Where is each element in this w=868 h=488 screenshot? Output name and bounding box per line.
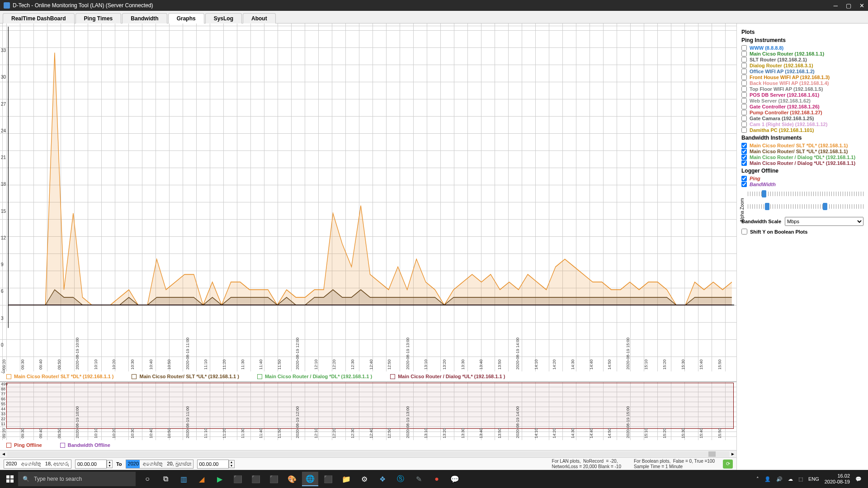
from-time-input[interactable] (75, 460, 107, 469)
taskbar-app-chrome[interactable]: 🌐 (302, 472, 318, 486)
maximize-button[interactable]: ▢ (846, 2, 851, 9)
zoom-slider[interactable] (748, 192, 863, 196)
minimize-button[interactable]: ─ (834, 2, 838, 9)
bandwidth-instrument-item: Main Cicso Router/ SLT *UL* (192.168.1.1… (741, 149, 863, 154)
bandwidth-instrument-checkbox[interactable] (741, 160, 747, 166)
ping-instrument-label: Gate Camara (192.168.1.25) (750, 116, 814, 121)
taskbar-app-skype[interactable]: Ⓢ (392, 472, 409, 486)
ping-instrument-checkbox[interactable] (741, 104, 747, 109)
ping-instrument-checkbox[interactable] (741, 110, 747, 115)
taskbar-app-7[interactable]: 🎨 (284, 472, 300, 486)
refresh-button[interactable]: ⟳ (723, 460, 733, 469)
ping-instrument-checkbox[interactable] (741, 98, 747, 103)
logger-item: BandWidth (741, 182, 863, 187)
taskbar-app-whatsapp[interactable]: 💬 (447, 472, 463, 486)
to-time-down[interactable]: ▼ (229, 464, 234, 468)
window-title: D-Tech - Online Monitoring Tool (LAN) (S… (13, 2, 153, 9)
tray-clock[interactable]: 16.02 2020-08-19 (825, 473, 850, 485)
taskbar-app-6[interactable]: ⬛ (266, 472, 282, 486)
ping-instrument-checkbox[interactable] (741, 127, 747, 133)
ping-instrument-checkbox[interactable] (741, 45, 747, 51)
taskbar-app-11[interactable]: ● (429, 472, 445, 486)
bandwidth-instrument-checkbox[interactable] (741, 149, 747, 154)
tray-language[interactable]: ENG (808, 476, 819, 482)
to-time-up[interactable]: ▲ (229, 460, 234, 464)
tray-chevron-icon[interactable]: ˄ (756, 476, 759, 482)
ping-instrument-checkbox[interactable] (741, 57, 747, 62)
alpha-slider[interactable] (748, 204, 863, 209)
scroll-left-arrow[interactable]: ◄ (0, 451, 7, 456)
tab-bandwidth[interactable]: Bandwidth (122, 13, 167, 23)
ping-instrument-checkbox[interactable] (741, 75, 747, 80)
from-time-down[interactable]: ▼ (107, 464, 112, 468)
ping-instrument-label: Gate Controller (192.168.1.26) (750, 104, 820, 109)
taskbar-app-1[interactable]: ▥ (175, 472, 192, 486)
taskbar-app-8[interactable]: ⬛ (320, 472, 336, 486)
ping-instrument-checkbox[interactable] (741, 63, 747, 68)
search-placeholder: Type here to search (34, 476, 82, 482)
bandwidth-scale-select[interactable]: Mbps (785, 217, 863, 226)
taskbar-app-steam[interactable]: ⚙ (356, 472, 373, 486)
task-view-icon[interactable]: ⧉ (157, 472, 174, 486)
taskbar-app-10[interactable]: ✎ (410, 472, 427, 486)
logger-label: Ping (750, 176, 760, 181)
horizontal-scrollbar[interactable]: ◄ ► (0, 450, 736, 457)
ping-instrument-checkbox[interactable] (741, 86, 747, 92)
tab-realtime-dashboard[interactable]: RealTime DashBoard (3, 13, 75, 23)
tray-network-icon[interactable]: ⬚ (798, 476, 803, 482)
legend-item[interactable]: Main Cicso Router / Dialog *DL* (192.168… (257, 374, 372, 379)
ping-instrument-label: Damitha PC (192.168.1.101) (750, 127, 814, 133)
taskbar-app-3[interactable]: ▶ (212, 472, 228, 486)
shift-y-checkbox[interactable] (741, 229, 747, 235)
logger-item: Ping (741, 176, 863, 181)
scroll-thumb[interactable] (708, 451, 716, 457)
svg-rect-1 (10, 475, 14, 479)
logger-checkbox[interactable] (741, 176, 747, 181)
ping-instrument-checkbox[interactable] (741, 51, 747, 56)
tray-volume-icon[interactable]: 🔊 (776, 476, 783, 482)
bandwidth-instruments-heading: Bandwidth Instruments (741, 135, 863, 141)
bandwidth-instrument-checkbox[interactable] (741, 155, 747, 160)
tab-ping-times[interactable]: Ping Times (75, 13, 122, 23)
legend-item[interactable]: Main Cicso Router/ SLT *DL* (192.168.1.1… (6, 374, 113, 379)
tab-syslog[interactable]: SysLog (205, 13, 242, 23)
taskbar-app-5[interactable]: ⬛ (248, 472, 264, 486)
overview-selection[interactable] (6, 383, 734, 429)
tray-people-icon[interactable]: 👤 (764, 476, 771, 482)
start-button[interactable] (2, 472, 18, 486)
taskbar-app-4[interactable]: ⬛ (230, 472, 246, 486)
taskbar-search[interactable]: 🔍 Type here to search (18, 472, 136, 486)
taskbar-app-2[interactable]: ◢ (193, 472, 210, 486)
ping-instrument-checkbox[interactable] (741, 122, 747, 127)
ping-instrument-label: Back House WIFI AP (192.168.1.4) (750, 80, 829, 86)
from-date-input[interactable] (4, 460, 71, 469)
ping-instrument-item: Pump Controller (192.168.1.27) (741, 110, 863, 115)
ping-instrument-checkbox[interactable] (741, 116, 747, 121)
overview-legend-item[interactable]: Bandwidth Offline (60, 442, 110, 448)
taskbar-app-9[interactable]: ❖ (374, 472, 391, 486)
scroll-right-arrow[interactable]: ► (729, 451, 736, 456)
main-chart[interactable]: -303691215182124273033 09:2009:3009:4009… (0, 23, 736, 371)
logger-checkbox[interactable] (741, 182, 747, 187)
overview-legend-item[interactable]: Ping Offline (6, 442, 42, 448)
ping-instrument-checkbox[interactable] (741, 80, 747, 86)
tray-cloud-icon[interactable]: ☁ (788, 476, 793, 482)
tab-about[interactable]: About (243, 13, 276, 23)
ping-instrument-checkbox[interactable] (741, 92, 747, 98)
close-button[interactable]: ✕ (859, 2, 864, 9)
legend-item[interactable]: Main Cicso Router / Dialog *UL* (192.168… (390, 374, 505, 379)
ping-instrument-checkbox[interactable] (741, 69, 747, 74)
titlebar: D-Tech - Online Monitoring Tool (LAN) (S… (0, 0, 868, 11)
tab-graphs[interactable]: Graphs (168, 13, 204, 23)
to-date-input[interactable] (126, 460, 193, 469)
legend-item[interactable]: Main Cicso Router/ SLT *UL* (192.168.1.1… (132, 374, 239, 379)
to-time-input[interactable] (197, 460, 229, 469)
bandwidth-instrument-checkbox[interactable] (741, 143, 747, 148)
from-time-up[interactable]: ▲ (107, 460, 112, 464)
taskbar-app-explorer[interactable]: 📁 (338, 472, 354, 486)
cortana-icon[interactable]: ○ (139, 472, 156, 486)
overview-legend: Ping OfflineBandwidth Offline (0, 440, 736, 450)
overview-chart[interactable]: 4998877665544332211 09:2009:3009:4009:50… (0, 381, 736, 440)
bandwidth-scale-label: Bandwidth Scale (741, 219, 781, 224)
tray-notifications-icon[interactable]: 💬 (855, 476, 862, 482)
